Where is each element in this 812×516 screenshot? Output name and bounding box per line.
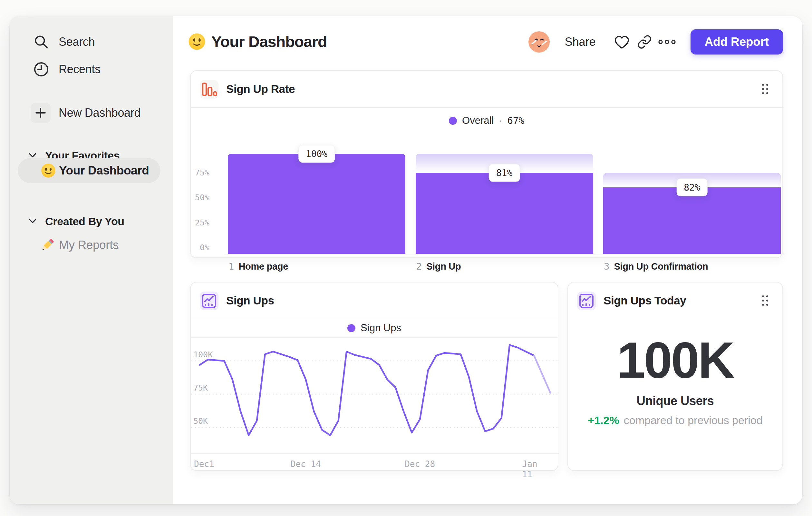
metric-delta-row: +1.2% compared to previous period [568,414,782,427]
avatar[interactable] [528,31,550,53]
x-axis-label: Dec1 [194,459,214,469]
x-axis-label: Jan 11 [522,459,546,480]
y-axis-tick: 75% [191,168,209,178]
funnel-card: Sign Up Rate Overall · 67% [190,70,783,258]
sidebar-item-label: Search [59,35,95,49]
sidebar-item-search[interactable]: Search [10,28,173,56]
sidebar-section-created-by-you[interactable]: Created By You [10,212,173,231]
step-name: Home page [238,261,288,272]
step-name: Sign Up Confirmation [614,261,708,272]
sign-ups-series-line [200,345,534,435]
metric-card: Sign Ups Today 100K Unique Users +1.2% c… [568,282,783,471]
sidebar: Search Recents [10,16,173,505]
funnel-plot: 75%50%25%0%100%1Home page81%2Sign Up82%3… [191,71,782,257]
screen: Search Recents [0,0,812,516]
funnel-bar-converted [228,154,405,254]
bar-value-badge: 100% [298,145,335,163]
step-name: Sign Up [426,261,461,272]
funnel-bar [228,154,405,254]
funnel-step-label: 1Home page [228,261,288,272]
line-chart-icon [577,292,596,310]
step-number: 2 [416,261,422,272]
sidebar-item-label: New Dashboard [59,106,141,120]
sign-ups-line-svg [191,337,559,471]
page-title: Your Dashboard [211,33,327,51]
sidebar-section-label: Created By You [45,215,124,228]
copy-link-icon[interactable] [633,31,656,53]
sidebar-item-new-dashboard[interactable]: New Dashboard [10,99,173,127]
x-axis-label: Dec 28 [405,459,435,469]
y-axis-tick: 50K [193,416,208,426]
bar-value-badge: 82% [676,179,707,196]
card-title: Sign Ups Today [604,282,686,319]
y-axis-tick: 50% [191,193,209,202]
sidebar-item-label: Your Dashboard [59,164,149,178]
clock-icon [31,59,52,80]
metric-card-header: Sign Ups Today [568,282,782,319]
chevron-down-icon [28,218,37,225]
metric-value: 100K [568,331,782,389]
sidebar-item-label: My Reports [59,238,119,252]
bar-value-badge: 81% [489,164,520,182]
favorite-heart-icon[interactable] [611,31,633,53]
y-axis-tick: 0% [191,243,209,252]
y-axis-tick: 100K [193,350,213,360]
app-window: Search Recents [10,16,802,505]
smiley-emoji [188,33,206,50]
step-number: 3 [604,261,609,272]
sidebar-item-label: Recents [59,62,100,76]
share-button[interactable]: Share [564,35,596,49]
add-report-button[interactable]: Add Report [691,29,783,55]
line-plot: 100K75K50KDec1Dec 14Dec 28Jan 11 [191,282,558,470]
funnel-bar [603,154,781,254]
funnel-bar-converted [603,187,781,254]
sidebar-item-your-dashboard[interactable]: Your Dashboard [18,158,161,183]
funnel-step-label: 3Sign Up Confirmation [604,261,708,272]
more-options-icon[interactable] [656,31,678,53]
plus-icon [30,103,51,123]
search-icon [31,32,52,52]
metric-delta: +1.2% [588,414,619,427]
y-axis-tick: 25% [191,218,209,228]
metric-label: Unique Users [568,394,782,408]
sidebar-item-recents[interactable]: Recents [10,55,173,83]
x-axis-label: Dec 14 [291,459,321,469]
sidebar-item-my-reports[interactable]: My Reports [18,234,161,257]
funnel-baseline [224,254,785,254]
step-number: 1 [228,261,234,272]
sign-ups-series-line [534,356,550,393]
smiley-emoji [41,163,56,178]
drag-handle-icon[interactable] [760,294,770,308]
funnel-step-label: 2Sign Up [416,261,461,272]
y-axis-tick: 75K [193,383,208,393]
line-chart-card: Sign Ups Sign Ups 100K75K50KDec1Dec 14De… [190,282,558,471]
metric-delta-note: compared to previous period [624,414,763,427]
funnel-bar-converted [416,173,593,254]
pencil-emoji [40,237,55,253]
